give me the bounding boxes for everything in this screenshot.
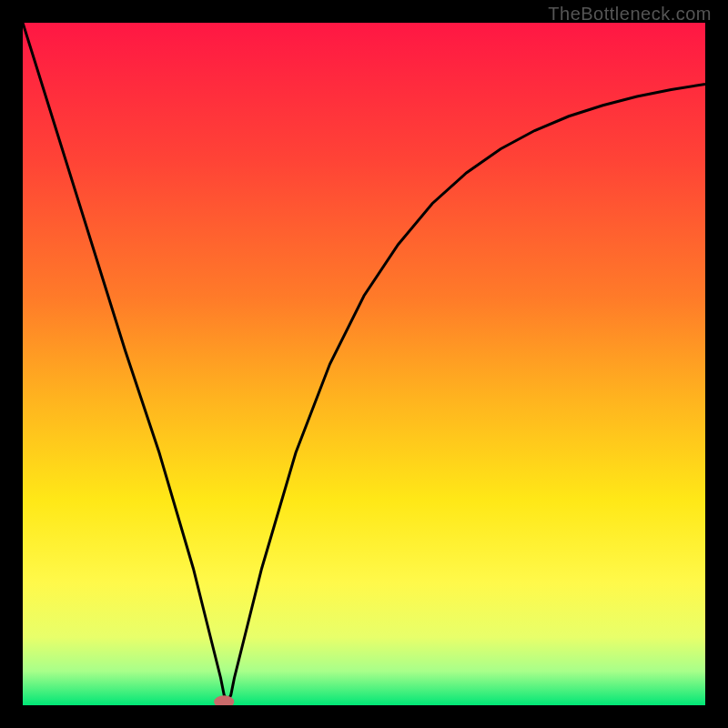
chart-container bbox=[23, 23, 705, 705]
chart-svg bbox=[23, 23, 705, 705]
gradient-rect bbox=[23, 23, 705, 705]
watermark-text: TheBottleneck.com bbox=[548, 4, 712, 25]
